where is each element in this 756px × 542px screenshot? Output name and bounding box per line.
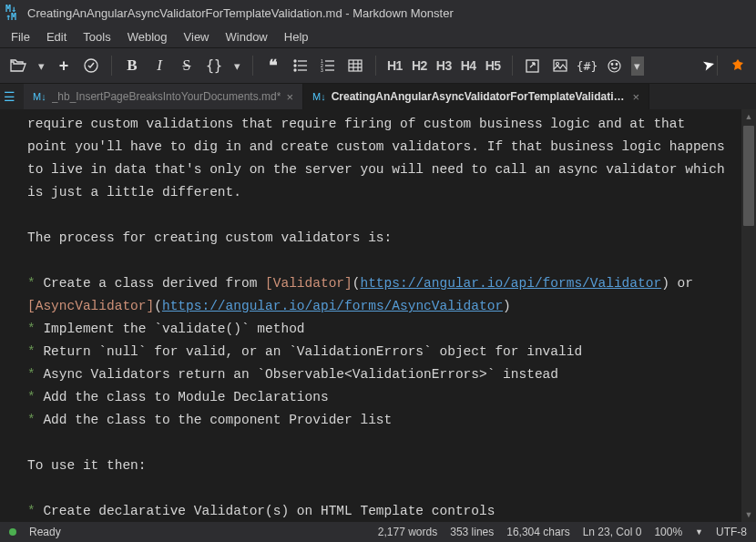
menubar: File Edit Tools Weblog View Window Help (0, 26, 756, 47)
bullet: * (27, 276, 36, 291)
bullet-list-button[interactable] (290, 55, 312, 77)
zoom-dropdown[interactable]: ▼ (695, 527, 703, 537)
open-button[interactable] (7, 55, 29, 77)
title-text: CreatingAnAngularAsyncValidatorForTempla… (27, 6, 454, 20)
debug-button[interactable] (727, 55, 749, 77)
bullet: * (27, 504, 36, 518)
status-ready: Ready (29, 526, 61, 538)
attributes-button[interactable]: {#} (577, 55, 598, 77)
code-button[interactable]: {} (203, 55, 225, 77)
svg-rect-18 (526, 60, 538, 72)
svg-text:3: 3 (321, 67, 323, 72)
link-label: [AsyncValidator] (27, 299, 154, 313)
h3-button[interactable]: H3 (434, 58, 454, 73)
separator (512, 56, 513, 76)
sidebar-toggle-icon[interactable]: ☰ (4, 89, 15, 104)
bullet: * (27, 413, 36, 427)
text: To use it then: (27, 458, 147, 473)
status-zoom[interactable]: 100% (654, 526, 682, 538)
image-button[interactable] (549, 55, 571, 77)
status-words: 2,177 words (378, 526, 437, 538)
bullet: * (27, 322, 36, 336)
tab-active[interactable]: M↓ CreatingAnAngularAsyncValidatorForTem… (303, 84, 649, 109)
scroll-down-arrow[interactable]: ▼ (741, 507, 756, 522)
menu-tools[interactable]: Tools (76, 28, 117, 46)
scrollbar-thumb[interactable] (743, 126, 754, 226)
text: Create declarative Validator(s) on HTML … (43, 504, 495, 518)
statusbar: Ready 2,177 words 353 lines 16,304 chars… (0, 522, 756, 542)
text: require custom validations that require … (27, 117, 732, 199)
bold-button[interactable]: B (121, 55, 143, 77)
svg-rect-13 (349, 60, 362, 71)
link-url: https://angular.io/api/forms/AsyncValida… (162, 299, 503, 313)
link-label: [Validator] (265, 276, 352, 291)
text: Async Validators return an `Observable<V… (43, 367, 558, 382)
status-chars: 16,304 chars (506, 526, 569, 538)
menu-file[interactable]: File (4, 28, 37, 46)
text: or (669, 276, 701, 291)
numbered-list-button[interactable]: 123 (317, 55, 339, 77)
svg-point-1 (294, 60, 296, 62)
app-logo: M↓↑M (5, 5, 22, 21)
strikethrough-button[interactable]: S (176, 55, 198, 77)
text: Implement the `validate()` method (43, 322, 304, 336)
text: The process for creating custom validato… (27, 230, 392, 245)
close-icon[interactable]: × (632, 90, 639, 104)
text: Add the class to the component Provider … (43, 413, 392, 427)
more-dropdown[interactable]: ▾ (631, 56, 644, 76)
tab-label: _hb_InsertPageBreaksIntoYourDocuments.md… (52, 90, 281, 103)
italic-button[interactable]: I (148, 55, 170, 77)
bullet: * (27, 367, 36, 382)
markdown-icon: M↓ (312, 91, 326, 102)
bullet: * (27, 390, 36, 404)
vertical-scrollbar[interactable]: ▲ ▼ (741, 109, 756, 522)
separator (717, 56, 718, 76)
svg-point-3 (294, 65, 296, 66)
quote-button[interactable]: ❝ (262, 55, 284, 77)
separator (375, 56, 376, 76)
svg-point-22 (611, 63, 613, 65)
titlebar: M↓↑M CreatingAnAngularAsyncValidatorForT… (0, 0, 756, 26)
editor-content[interactable]: require custom validations that require … (0, 109, 741, 522)
menu-edit[interactable]: Edit (39, 28, 74, 46)
emoji-button[interactable] (604, 55, 626, 77)
status-encoding[interactable]: UTF-8 (716, 526, 747, 538)
bullet: * (27, 344, 36, 359)
text: Add the class to Module Declarations (43, 390, 328, 404)
close-icon[interactable]: × (286, 90, 293, 104)
menu-help[interactable]: Help (277, 28, 316, 46)
scroll-up-arrow[interactable]: ▲ (741, 109, 756, 124)
h1-button[interactable]: H1 (385, 58, 404, 73)
save-button[interactable] (80, 55, 102, 77)
svg-point-21 (608, 60, 620, 72)
open-dropdown[interactable]: ▾ (35, 59, 47, 73)
h4-button[interactable]: H4 (459, 58, 478, 73)
text: Create a class derived from (43, 276, 265, 291)
toolbar: ▾ + B I S {} ▾ ❝ 123 H1 H2 H3 H4 H5 {#} … (0, 47, 756, 84)
table-button[interactable] (344, 55, 366, 77)
menu-weblog[interactable]: Weblog (120, 28, 175, 46)
h5-button[interactable]: H5 (484, 58, 503, 73)
svg-point-23 (616, 63, 618, 65)
tab-label: CreatingAnAngularAsyncValidatorForTempla… (332, 90, 628, 103)
status-cursor: Ln 23, Col 0 (583, 526, 642, 538)
markdown-icon: M↓ (33, 91, 46, 102)
text: Return `null` for valid, or an `Validati… (43, 344, 582, 359)
svg-rect-19 (554, 60, 567, 71)
status-indicator-icon (9, 528, 16, 536)
status-lines: 353 lines (450, 526, 494, 538)
svg-point-5 (294, 69, 296, 71)
code-dropdown[interactable]: ▾ (230, 59, 243, 73)
link-button[interactable] (522, 55, 544, 77)
svg-point-20 (556, 63, 558, 66)
separator (252, 56, 253, 76)
separator (111, 56, 112, 76)
tabbar: ☰ M↓ _hb_InsertPageBreaksIntoYourDocumen… (0, 84, 756, 109)
menu-window[interactable]: Window (219, 28, 275, 46)
tab-inactive[interactable]: M↓ _hb_InsertPageBreaksIntoYourDocuments… (24, 84, 303, 109)
h2-button[interactable]: H2 (410, 58, 429, 73)
new-button[interactable]: + (53, 55, 75, 77)
link-url: https://angular.io/api/forms/Validator (360, 276, 661, 291)
menu-view[interactable]: View (177, 28, 217, 46)
